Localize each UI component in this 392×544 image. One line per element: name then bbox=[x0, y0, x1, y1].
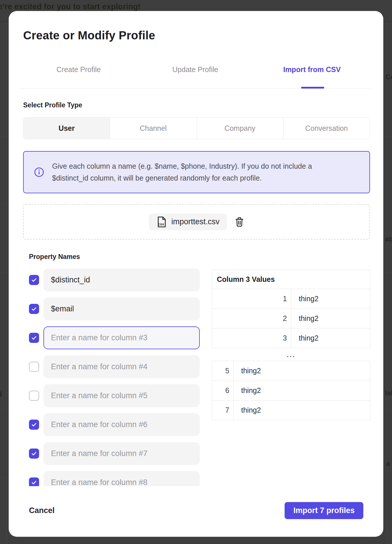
property-row-1 bbox=[29, 269, 200, 291]
row-index: 1 bbox=[212, 289, 291, 309]
column-2-name-input[interactable] bbox=[43, 297, 200, 320]
column-8-checkbox[interactable] bbox=[29, 477, 39, 486]
tab-import-from-csv[interactable]: Import from CSV bbox=[254, 65, 370, 88]
value-row: 5 thing2 bbox=[212, 361, 370, 381]
uploaded-file-name: importtest.csv bbox=[171, 217, 220, 226]
column-5-checkbox[interactable] bbox=[29, 391, 39, 401]
background-text-fragment: ata bbox=[385, 235, 392, 243]
info-text: Give each column a name (e.g. $name, $ph… bbox=[52, 160, 330, 184]
profile-type-segmented-control: User Channel Company Conversation bbox=[23, 117, 370, 139]
background-row-line bbox=[383, 136, 392, 136]
row-value: thing2 bbox=[234, 381, 370, 400]
column-3-name-input[interactable] bbox=[43, 326, 200, 349]
row-value: thing2 bbox=[291, 328, 370, 348]
uploaded-file-chip[interactable]: csv importtest.csv bbox=[149, 214, 227, 230]
column-6-name-input[interactable] bbox=[43, 413, 200, 436]
column-4-checkbox[interactable] bbox=[29, 362, 39, 372]
rows-ellipsis: ... bbox=[212, 348, 370, 361]
column-4-name-input[interactable] bbox=[43, 355, 200, 378]
row-index: 2 bbox=[212, 309, 291, 328]
property-names-label: Property Names bbox=[29, 253, 80, 261]
background-left-gridline bbox=[6, 22, 7, 544]
background-row-line bbox=[0, 273, 9, 273]
property-row-3 bbox=[29, 326, 200, 349]
column-1-checkbox[interactable] bbox=[29, 275, 39, 285]
background-text-fragment: Co bbox=[386, 73, 392, 81]
property-row-2 bbox=[29, 297, 200, 320]
value-row: 3 thing2 bbox=[212, 328, 370, 348]
column-7-name-input[interactable] bbox=[43, 442, 200, 465]
create-or-modify-profile-modal: Create or Modify Profile Create Profile … bbox=[9, 11, 383, 537]
active-tab-underline bbox=[301, 87, 324, 89]
background-row-line bbox=[0, 477, 9, 478]
column-1-name-input[interactable] bbox=[43, 269, 200, 291]
modal-tab-bar: Create Profile Update Profile Import fro… bbox=[20, 65, 371, 89]
row-value: thing2 bbox=[291, 309, 370, 328]
info-banner: Give each column a name (e.g. $name, $ph… bbox=[23, 151, 370, 193]
profile-type-channel[interactable]: Channel bbox=[110, 117, 196, 139]
row-index: 5 bbox=[212, 361, 234, 381]
column-5-name-input[interactable] bbox=[43, 384, 200, 407]
column-values-table-top: Column 3 Values 1 thing2 2 thing2 3 thin… bbox=[212, 270, 370, 348]
cancel-button[interactable]: Cancel bbox=[29, 502, 55, 519]
column-3-checkbox[interactable] bbox=[29, 333, 39, 343]
property-row-8 bbox=[29, 471, 200, 486]
value-row: 7 thing2 bbox=[212, 400, 370, 420]
trash-icon[interactable] bbox=[235, 217, 244, 227]
background-row-line bbox=[383, 409, 392, 409]
background-row-line bbox=[0, 341, 9, 341]
value-row: 1 thing2 bbox=[212, 289, 370, 309]
background-row-line bbox=[0, 204, 9, 205]
svg-text:csv: csv bbox=[158, 223, 164, 227]
csv-file-icon: csv bbox=[156, 216, 167, 228]
profile-type-conversation[interactable]: Conversation bbox=[283, 117, 370, 139]
property-row-7 bbox=[29, 442, 200, 465]
profile-type-user[interactable]: User bbox=[23, 117, 110, 139]
value-row: 2 thing2 bbox=[212, 309, 370, 328]
select-profile-type-label: Select Profile Type bbox=[23, 101, 82, 109]
row-index: 7 bbox=[212, 400, 234, 420]
column-values-table-bottom: 5 thing2 6 thing2 7 thing2 bbox=[212, 361, 370, 420]
background-row-line bbox=[0, 136, 9, 136]
csv-upload-dropzone[interactable]: csv importtest.csv bbox=[23, 204, 370, 240]
background-banner-text: e're excited for you to start exploring! bbox=[0, 2, 141, 11]
row-value: thing2 bbox=[234, 361, 370, 381]
modal-title: Create or Modify Profile bbox=[23, 29, 155, 42]
column-2-checkbox[interactable] bbox=[29, 304, 39, 314]
background-row-line bbox=[0, 409, 9, 409]
column-6-checkbox[interactable] bbox=[29, 420, 39, 430]
property-row-4 bbox=[29, 355, 200, 378]
row-value: thing2 bbox=[234, 400, 370, 420]
row-index: 6 bbox=[212, 381, 234, 400]
background-row-line bbox=[383, 273, 392, 273]
property-row-5 bbox=[29, 384, 200, 407]
column-8-name-input[interactable] bbox=[43, 471, 200, 486]
column-values-header: Column 3 Values bbox=[212, 270, 370, 289]
background-text-fragment: a bbox=[386, 460, 390, 468]
row-value: thing2 bbox=[291, 289, 370, 309]
row-index: 3 bbox=[212, 328, 291, 348]
import-profiles-button[interactable]: Import 7 profiles bbox=[285, 502, 363, 519]
value-row: 6 thing2 bbox=[212, 381, 370, 400]
info-icon bbox=[34, 167, 44, 177]
property-rows-list bbox=[29, 269, 200, 486]
property-row-6 bbox=[29, 413, 200, 436]
tab-update-profile[interactable]: Update Profile bbox=[137, 65, 254, 88]
column-7-checkbox[interactable] bbox=[29, 449, 39, 459]
tab-create-profile[interactable]: Create Profile bbox=[20, 65, 137, 88]
background-text-fragment: g bbox=[0, 389, 2, 397]
background-text-fragment: lab bbox=[385, 389, 392, 397]
profile-type-company[interactable]: Company bbox=[197, 117, 283, 139]
column-values-preview: Column 3 Values 1 thing2 2 thing2 3 thin… bbox=[212, 270, 370, 420]
